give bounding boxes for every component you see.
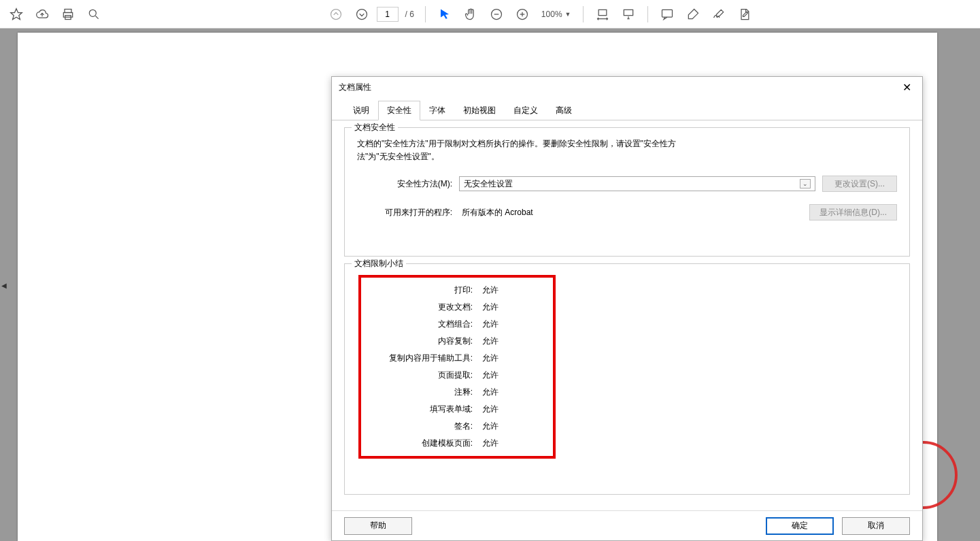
- cloud-upload-icon[interactable]: [31, 3, 53, 25]
- page-total-label: / 6: [403, 10, 417, 19]
- toolbar-divider-2: [583, 6, 584, 22]
- zoom-select[interactable]: 100% ▼: [537, 10, 575, 19]
- restriction-row-extract: 页面提取:允许: [371, 370, 543, 381]
- svg-point-7: [356, 9, 367, 19]
- tab-custom[interactable]: 自定义: [505, 101, 547, 120]
- comment-icon[interactable]: [656, 3, 678, 25]
- search-icon[interactable]: [83, 3, 105, 25]
- svg-rect-1: [65, 9, 71, 12]
- edit-pdf-icon[interactable]: [734, 3, 756, 25]
- chevron-down-icon: ⌄: [800, 179, 811, 188]
- dialog-tabs: 说明 安全性 字体 初始视图 自定义 高级: [332, 100, 922, 120]
- restrictions-highlight-box: 打印:允许 更改文档:允许 文档组合:允许 内容复制:允许 复制内容用于辅助工具…: [358, 275, 556, 459]
- hand-tool-icon[interactable]: [460, 3, 481, 25]
- close-icon[interactable]: ✕: [898, 80, 915, 95]
- security-method-select[interactable]: 无安全性设置 ⌄: [459, 176, 815, 191]
- dialog-footer: 帮助 确定 取消: [332, 510, 922, 540]
- restriction-row-sign: 签名:允许: [371, 421, 543, 432]
- page-down-icon[interactable]: [351, 3, 373, 25]
- help-button[interactable]: 帮助: [344, 517, 412, 535]
- toolbar-divider-3: [647, 6, 648, 22]
- restrictions-fieldset-legend: 文档限制小结: [352, 258, 406, 269]
- document-properties-dialog: 文档属性 ✕ 说明 安全性 字体 初始视图 自定义 高级 文档安全性 文档的"安…: [331, 76, 923, 541]
- svg-line-5: [96, 16, 99, 18]
- security-fieldset-legend: 文档安全性: [352, 122, 398, 133]
- ok-button[interactable]: 确定: [766, 517, 834, 535]
- open-with-value: 所有版本的 Acrobat: [459, 207, 802, 218]
- show-details-button: 显示详细信息(D)...: [809, 204, 897, 220]
- chevron-down-icon: ▼: [565, 11, 571, 18]
- tab-initial-view[interactable]: 初始视图: [454, 101, 505, 120]
- star-icon[interactable]: [5, 3, 27, 25]
- toolbar-center-group: / 6 100% ▼: [325, 3, 756, 25]
- restriction-row-comment: 注释:允许: [371, 387, 543, 398]
- svg-marker-0: [11, 8, 22, 19]
- toolbar-left-group: [5, 3, 105, 25]
- toolbar-divider: [425, 6, 426, 22]
- security-description: 文档的"安全性方法"用于限制对文档所执行的操作。要删除安全性限制，请设置"安全性…: [357, 137, 697, 163]
- fit-page-icon[interactable]: [618, 3, 639, 25]
- security-method-value: 无安全性设置: [464, 178, 513, 190]
- dialog-title-text: 文档属性: [339, 82, 371, 93]
- main-toolbar: / 6 100% ▼: [0, 0, 980, 29]
- change-settings-button: 更改设置(S)...: [822, 176, 897, 192]
- restriction-row-copy: 内容复制:允许: [371, 335, 543, 347]
- signature-icon[interactable]: [708, 3, 730, 25]
- selection-tool-icon[interactable]: [434, 3, 456, 25]
- tab-description[interactable]: 说明: [344, 101, 378, 120]
- document-security-fieldset: 文档安全性 文档的"安全性方法"用于限制对文档所执行的操作。要删除安全性限制，请…: [344, 127, 910, 257]
- cancel-button[interactable]: 取消: [842, 517, 910, 535]
- restriction-row-assembly: 文档组合:允许: [371, 318, 543, 330]
- restriction-row-print: 打印:允许: [371, 284, 543, 296]
- restriction-row-change: 更改文档:允许: [371, 301, 543, 313]
- side-panel-handle[interactable]: ◀: [1, 281, 7, 289]
- zoom-in-icon[interactable]: [511, 3, 533, 25]
- restriction-row-accessibility: 复制内容用于辅助工具:允许: [371, 353, 543, 364]
- zoom-out-icon[interactable]: [486, 3, 507, 25]
- tab-security[interactable]: 安全性: [378, 101, 420, 120]
- print-icon[interactable]: [57, 3, 79, 25]
- page-up-icon[interactable]: [325, 3, 347, 25]
- fit-width-icon[interactable]: [592, 3, 613, 25]
- open-with-row: 可用来打开的程序: 所有版本的 Acrobat 显示详细信息(D)...: [357, 204, 897, 220]
- svg-rect-14: [624, 10, 633, 15]
- dialog-titlebar: 文档属性 ✕: [332, 77, 922, 97]
- restrictions-fieldset: 文档限制小结 打印:允许 更改文档:允许 文档组合:允许 内容复制:允许 复制内…: [344, 263, 910, 495]
- page-number-input[interactable]: [377, 7, 399, 22]
- svg-rect-13: [599, 10, 607, 15]
- restriction-row-form: 填写表单域:允许: [371, 404, 543, 415]
- dialog-body: 文档安全性 文档的"安全性方法"用于限制对文档所执行的操作。要删除安全性限制，请…: [332, 120, 922, 510]
- tab-fonts[interactable]: 字体: [420, 101, 454, 120]
- svg-point-4: [89, 10, 96, 16]
- tab-advanced[interactable]: 高级: [547, 101, 581, 120]
- svg-point-6: [331, 9, 341, 19]
- open-with-label: 可用来打开的程序:: [357, 207, 452, 218]
- highlight-icon[interactable]: [682, 3, 704, 25]
- restriction-row-template: 创建模板页面:允许: [371, 438, 543, 449]
- security-method-label: 安全性方法(M):: [357, 178, 452, 190]
- zoom-value: 100%: [541, 10, 562, 19]
- security-method-row: 安全性方法(M): 无安全性设置 ⌄ 更改设置(S)...: [357, 176, 897, 192]
- svg-rect-15: [662, 10, 673, 17]
